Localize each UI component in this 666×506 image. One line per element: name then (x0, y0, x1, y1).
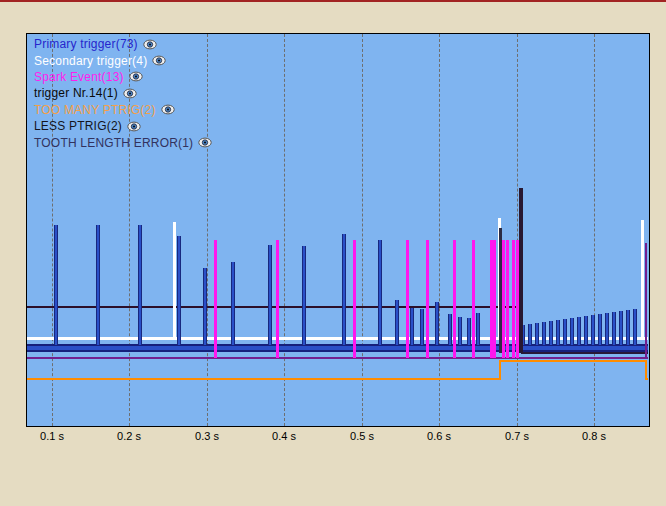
primary-trigger-spike (54, 225, 58, 345)
primary-trigger-spike (633, 309, 637, 345)
spark-event-spike (453, 240, 456, 358)
primary-trigger-spike (605, 313, 609, 345)
primary-trigger-spike (395, 300, 399, 345)
toomany-rising-edge (499, 360, 501, 380)
spark-event-spike (493, 240, 496, 358)
signal-legend: Primary trigger(73)Secondary trigger(4)S… (34, 36, 212, 151)
legend-label: Primary trigger(73) (34, 37, 138, 51)
eye-icon[interactable] (152, 55, 166, 66)
tooth-length-baseline (26, 357, 648, 359)
secondary-trigger-spike (641, 220, 644, 338)
primary-trigger-spike (549, 321, 553, 345)
primary-trigger-spike (435, 302, 439, 345)
legend-item-3: trigger Nr.14(1) (34, 85, 212, 101)
legend-label: LESS PTRIG(2) (34, 119, 122, 133)
primary-trigger-spike (467, 318, 471, 345)
primary-trigger-spike (231, 262, 235, 345)
primary-trigger-spike (626, 310, 630, 345)
secondary-trigger-baseline (26, 337, 648, 340)
legend-item-5: LESS PTRIG(2) (34, 118, 212, 134)
eye-icon[interactable] (143, 39, 157, 50)
x-tick-label: 0.3 s (185, 430, 229, 442)
eye-icon[interactable] (123, 88, 137, 99)
spark-event-spike (353, 240, 356, 358)
gridline-0.7s (517, 34, 518, 426)
legend-item-1: Secondary trigger(4) (34, 52, 212, 68)
primary-trigger-spike (563, 319, 567, 345)
primary-trigger-spike (542, 322, 546, 345)
spark-event-spike (406, 240, 409, 358)
primary-trigger-spike (535, 323, 539, 345)
primary-trigger-spike (448, 314, 452, 345)
primary-trigger-spike (458, 317, 462, 345)
legend-label: trigger Nr.14(1) (34, 86, 118, 100)
x-tick-label: 0.4 s (262, 430, 306, 442)
primary-trigger-spike (302, 246, 306, 345)
spark-event-spike (276, 240, 279, 358)
trigger14-high-level (26, 306, 521, 308)
primary-trigger-spike (138, 225, 142, 345)
spark-event-spike (472, 240, 475, 358)
primary-trigger-spike (203, 268, 207, 345)
primary-trigger-spike (420, 309, 424, 345)
spark-event-spike (512, 240, 515, 358)
primary-trigger-spike (556, 320, 560, 345)
spark-event-spike (426, 240, 429, 358)
primary-trigger-spike (612, 312, 616, 345)
primary-trigger-spike (570, 318, 574, 345)
x-tick-label: 0.7 s (495, 430, 539, 442)
spark-event-spike (502, 240, 505, 358)
eye-icon[interactable] (129, 71, 143, 82)
primary-trigger-spike (96, 225, 100, 345)
primary-trigger-spike (591, 315, 595, 345)
primary-trigger-spike (476, 313, 480, 345)
legend-label: TOOTH LENGTH ERROR(1) (34, 136, 193, 150)
trigger14-low-level (521, 352, 648, 354)
legend-item-2: Spark Event(13) (34, 69, 212, 85)
tooth-error-edge (645, 243, 647, 357)
toomany-ptrig-high (499, 360, 645, 362)
legend-label: TOO MANY PTRIG(2) (34, 103, 156, 117)
legend-item-6: TOOTH LENGTH ERROR(1) (34, 134, 212, 150)
x-tick-label: 0.2 s (107, 430, 151, 442)
gridline-0.6s (439, 34, 440, 426)
trigger-nr-14-spike (519, 188, 523, 353)
spark-event-spike (506, 240, 509, 358)
primary-trigger-spike (619, 311, 623, 345)
x-tick-label: 0.5 s (340, 430, 384, 442)
eye-icon[interactable] (127, 121, 141, 132)
eye-icon[interactable] (198, 137, 212, 148)
window-top-edge (0, 0, 666, 2)
secondary-trigger-spike (173, 222, 176, 338)
primary-trigger-spike (268, 245, 272, 345)
primary-trigger-spike (528, 324, 532, 345)
primary-trigger-spike (577, 317, 581, 345)
primary-trigger-spike (410, 308, 414, 345)
legend-label: Spark Event(13) (34, 70, 124, 84)
spark-event-spike (214, 240, 217, 358)
legend-item-4: TOO MANY PTRIG(2) (34, 102, 212, 118)
gridline-0.8s (594, 34, 595, 426)
primary-trigger-spike (378, 240, 382, 345)
toomany-ptrig-low-left (26, 378, 499, 380)
less-ptrig-spike (499, 228, 502, 353)
x-tick-label: 0.8 s (572, 430, 616, 442)
toomany-falling-edge (645, 360, 647, 380)
x-tick-label: 0.1 s (30, 430, 74, 442)
gridline-0.4s (284, 34, 285, 426)
eye-icon[interactable] (161, 104, 175, 115)
primary-trigger-spike (598, 314, 602, 345)
gridline-0.5s (362, 34, 363, 426)
legend-label: Secondary trigger(4) (34, 54, 147, 68)
legend-item-0: Primary trigger(73) (34, 36, 212, 52)
primary-trigger-spike (342, 234, 346, 345)
primary-trigger-spike (177, 236, 181, 345)
x-tick-label: 0.6 s (417, 430, 461, 442)
primary-trigger-spike (584, 316, 588, 345)
